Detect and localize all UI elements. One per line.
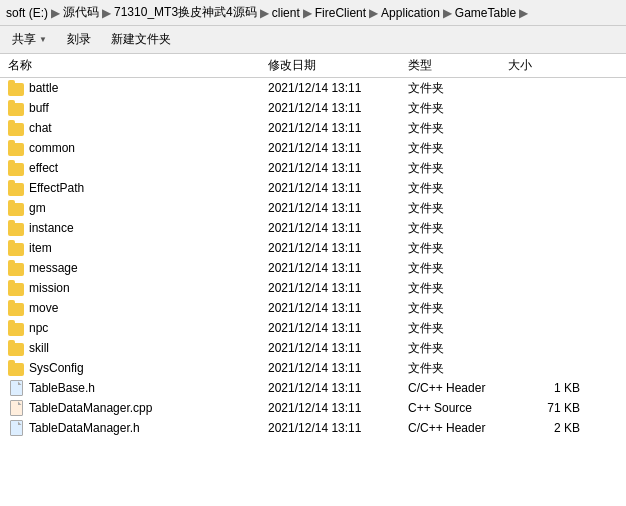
folder-icon [8,283,24,296]
file-type: 文件夹 [408,240,508,257]
table-row[interactable]: message2021/12/14 13:11文件夹 [0,258,626,278]
table-row[interactable]: TableBase.h2021/12/14 13:11C/C++ Header1… [0,378,626,398]
file-type: 文件夹 [408,340,508,357]
folder-icon [8,163,24,176]
table-row[interactable]: gm2021/12/14 13:11文件夹 [0,198,626,218]
folder-icon [8,343,24,356]
breadcrumb-src[interactable]: 源代码 [63,4,99,21]
breadcrumb-sep-6: ▶ [519,6,528,20]
share-label: 共享 [12,31,36,48]
file-date: 2021/12/14 13:11 [268,161,408,175]
file-date: 2021/12/14 13:11 [268,421,408,435]
folder-icon [8,263,24,276]
new-folder-button[interactable]: 新建文件夹 [107,29,175,50]
file-date: 2021/12/14 13:11 [268,321,408,335]
cpp-file-icon [10,400,23,416]
file-date: 2021/12/14 13:11 [268,101,408,115]
header-file-icon [10,380,23,396]
file-name: TableBase.h [29,381,95,395]
file-name: SysConfig [29,361,84,375]
breadcrumb-application[interactable]: Application [381,6,440,20]
table-row[interactable]: skill2021/12/14 13:11文件夹 [0,338,626,358]
file-type: 文件夹 [408,320,508,337]
file-name-cell: instance [8,220,268,236]
file-name-cell: EffectPath [8,180,268,196]
table-row[interactable]: chat2021/12/14 13:11文件夹 [0,118,626,138]
folder-icon [8,243,24,256]
file-name: chat [29,121,52,135]
file-name-cell: TableBase.h [8,380,268,396]
breadcrumb-fireclient[interactable]: FireClient [315,6,366,20]
breadcrumb-project[interactable]: 71310_MT3换皮神武4源码 [114,4,257,21]
file-name-cell: TableDataManager.cpp [8,400,268,416]
file-name: skill [29,341,49,355]
header-file-icon [10,420,23,436]
table-row[interactable]: item2021/12/14 13:11文件夹 [0,238,626,258]
table-row[interactable]: buff2021/12/14 13:11文件夹 [0,98,626,118]
new-folder-label: 新建文件夹 [111,31,171,48]
breadcrumb-sep-3: ▶ [303,6,312,20]
table-row[interactable]: effect2021/12/14 13:11文件夹 [0,158,626,178]
file-size: 2 KB [508,421,588,435]
file-name: npc [29,321,48,335]
share-button[interactable]: 共享 ▼ [8,29,51,50]
folder-icon [8,303,24,316]
file-date: 2021/12/14 13:11 [268,141,408,155]
col-header-name[interactable]: 名称 [8,57,268,74]
file-name: EffectPath [29,181,84,195]
breadcrumb-sep-4: ▶ [369,6,378,20]
file-name: mission [29,281,70,295]
file-name: buff [29,101,49,115]
file-name: item [29,241,52,255]
table-row[interactable]: move2021/12/14 13:11文件夹 [0,298,626,318]
table-row[interactable]: instance2021/12/14 13:11文件夹 [0,218,626,238]
breadcrumb: soft (E:) ▶ 源代码 ▶ 71310_MT3换皮神武4源码 ▶ cli… [0,0,626,26]
file-date: 2021/12/14 13:11 [268,381,408,395]
file-date: 2021/12/14 13:11 [268,221,408,235]
file-name-cell: mission [8,280,268,296]
file-type: 文件夹 [408,180,508,197]
file-type: 文件夹 [408,360,508,377]
table-row[interactable]: TableDataManager.cpp2021/12/14 13:11C++ … [0,398,626,418]
table-row[interactable]: EffectPath2021/12/14 13:11文件夹 [0,178,626,198]
share-dropdown-arrow: ▼ [39,35,47,44]
breadcrumb-drive[interactable]: soft (E:) [6,6,48,20]
table-row[interactable]: mission2021/12/14 13:11文件夹 [0,278,626,298]
file-name-cell: effect [8,160,268,176]
file-type: 文件夹 [408,140,508,157]
file-name-cell: common [8,140,268,156]
breadcrumb-sep-0: ▶ [51,6,60,20]
col-header-date[interactable]: 修改日期 [268,57,408,74]
file-date: 2021/12/14 13:11 [268,281,408,295]
column-headers: 名称 修改日期 类型 大小 [0,54,626,78]
folder-icon [8,183,24,196]
file-date: 2021/12/14 13:11 [268,181,408,195]
folder-icon [8,143,24,156]
file-name: instance [29,221,74,235]
table-row[interactable]: SysConfig2021/12/14 13:11文件夹 [0,358,626,378]
file-type: 文件夹 [408,300,508,317]
breadcrumb-client[interactable]: client [272,6,300,20]
file-type: 文件夹 [408,260,508,277]
file-type: C/C++ Header [408,421,508,435]
folder-icon [8,103,24,116]
table-row[interactable]: TableDataManager.h2021/12/14 13:11C/C++ … [0,418,626,438]
file-date: 2021/12/14 13:11 [268,301,408,315]
col-header-type[interactable]: 类型 [408,57,508,74]
file-name-cell: gm [8,200,268,216]
file-type: 文件夹 [408,100,508,117]
file-date: 2021/12/14 13:11 [268,261,408,275]
file-type: 文件夹 [408,280,508,297]
file-name-cell: move [8,300,268,316]
file-name: battle [29,81,58,95]
col-header-size[interactable]: 大小 [508,57,588,74]
table-row[interactable]: battle2021/12/14 13:11文件夹 [0,78,626,98]
file-list: battle2021/12/14 13:11文件夹buff2021/12/14 … [0,78,626,506]
breadcrumb-gametable[interactable]: GameTable [455,6,516,20]
table-row[interactable]: common2021/12/14 13:11文件夹 [0,138,626,158]
burn-button[interactable]: 刻录 [63,29,95,50]
file-name: move [29,301,58,315]
table-row[interactable]: npc2021/12/14 13:11文件夹 [0,318,626,338]
file-size: 71 KB [508,401,588,415]
file-name-cell: message [8,260,268,276]
